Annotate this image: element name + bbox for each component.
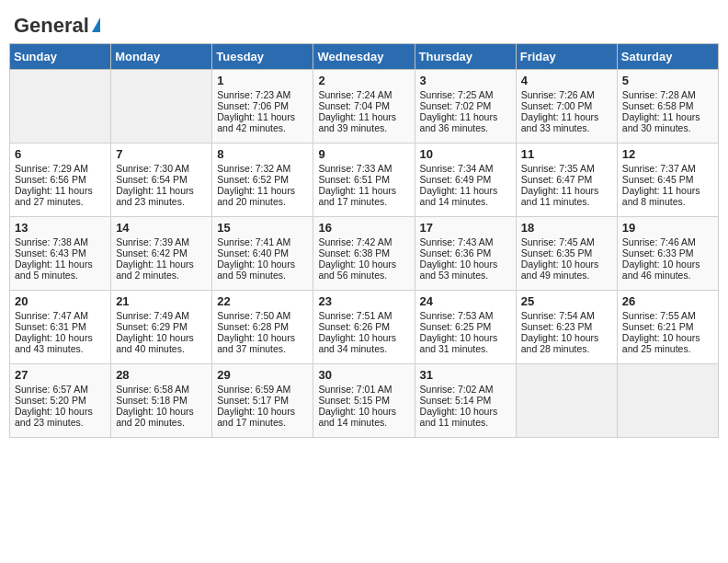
daylight-text: Daylight: 11 hours and 36 minutes. (420, 111, 511, 133)
sunrise-text: Sunrise: 7:47 AM (15, 310, 106, 321)
sunrise-text: Sunrise: 6:59 AM (217, 384, 308, 395)
day-number: 21 (116, 294, 207, 308)
daylight-text: Daylight: 10 hours and 20 minutes. (116, 406, 207, 428)
sunrise-text: Sunrise: 7:33 AM (318, 163, 409, 174)
day-number: 9 (318, 147, 409, 161)
day-number: 7 (116, 147, 207, 161)
calendar-cell: 7Sunrise: 7:30 AMSunset: 6:54 PMDaylight… (111, 144, 212, 217)
calendar-cell: 6Sunrise: 7:29 AMSunset: 6:56 PMDaylight… (10, 144, 111, 217)
day-number: 16 (318, 221, 409, 235)
sunrise-text: Sunrise: 7:29 AM (15, 163, 106, 174)
calendar-cell: 14Sunrise: 7:39 AMSunset: 6:42 PMDayligh… (111, 217, 212, 291)
sunset-text: Sunset: 6:38 PM (318, 247, 409, 259)
header-thursday: Thursday (415, 44, 516, 70)
day-number: 20 (15, 294, 106, 308)
day-number: 24 (420, 294, 511, 308)
logo-icon (92, 17, 100, 32)
daylight-text: Daylight: 11 hours and 30 minutes. (622, 111, 713, 133)
day-number: 6 (15, 147, 106, 161)
daylight-text: Daylight: 11 hours and 33 minutes. (521, 111, 612, 133)
sunset-text: Sunset: 6:36 PM (420, 247, 511, 259)
sunrise-text: Sunrise: 7:34 AM (420, 163, 511, 174)
sunset-text: Sunset: 6:21 PM (622, 321, 713, 332)
day-number: 29 (217, 368, 308, 382)
day-number: 2 (318, 74, 409, 87)
calendar-cell: 2Sunrise: 7:24 AMSunset: 7:04 PMDaylight… (313, 70, 415, 144)
sunset-text: Sunset: 6:51 PM (318, 174, 409, 185)
sunrise-text: Sunrise: 7:32 AM (217, 163, 308, 174)
day-number: 5 (622, 74, 713, 87)
header-friday: Friday (516, 44, 617, 70)
calendar-cell: 22Sunrise: 7:50 AMSunset: 6:28 PMDayligh… (212, 291, 313, 364)
day-number: 28 (116, 368, 207, 382)
daylight-text: Daylight: 10 hours and 49 minutes. (521, 259, 612, 281)
calendar-cell: 3Sunrise: 7:25 AMSunset: 7:02 PMDaylight… (415, 70, 516, 144)
daylight-text: Daylight: 10 hours and 37 minutes. (217, 332, 308, 354)
calendar-cell: 11Sunrise: 7:35 AMSunset: 6:47 PMDayligh… (516, 144, 617, 217)
logo-general: General (14, 14, 89, 38)
calendar-cell: 16Sunrise: 7:42 AMSunset: 6:38 PMDayligh… (313, 217, 415, 291)
day-number: 17 (420, 221, 511, 235)
day-number: 27 (15, 368, 106, 382)
calendar-cell (617, 364, 718, 438)
calendar-cell: 26Sunrise: 7:55 AMSunset: 6:21 PMDayligh… (617, 291, 718, 364)
day-number: 1 (217, 74, 308, 87)
sunrise-text: Sunrise: 7:43 AM (420, 236, 511, 247)
day-number: 30 (318, 368, 409, 382)
day-number: 13 (15, 221, 106, 235)
sunset-text: Sunset: 6:58 PM (622, 100, 713, 111)
daylight-text: Daylight: 10 hours and 56 minutes. (318, 259, 409, 281)
calendar-cell: 20Sunrise: 7:47 AMSunset: 6:31 PMDayligh… (10, 291, 111, 364)
sunset-text: Sunset: 6:28 PM (217, 321, 308, 332)
sunrise-text: Sunrise: 7:01 AM (318, 384, 409, 395)
calendar-cell: 8Sunrise: 7:32 AMSunset: 6:52 PMDaylight… (212, 144, 313, 217)
daylight-text: Daylight: 11 hours and 39 minutes. (318, 111, 409, 133)
header-tuesday: Tuesday (212, 44, 313, 70)
calendar-header-row: SundayMondayTuesdayWednesdayThursdayFrid… (10, 44, 719, 70)
calendar-cell: 27Sunrise: 6:57 AMSunset: 5:20 PMDayligh… (10, 364, 111, 438)
sunrise-text: Sunrise: 6:57 AM (15, 384, 106, 395)
sunset-text: Sunset: 6:43 PM (15, 247, 106, 259)
sunset-text: Sunset: 6:49 PM (420, 174, 511, 185)
calendar-cell: 28Sunrise: 6:58 AMSunset: 5:18 PMDayligh… (111, 364, 212, 438)
daylight-text: Daylight: 10 hours and 23 minutes. (15, 406, 106, 428)
daylight-text: Daylight: 11 hours and 11 minutes. (521, 185, 612, 207)
sunset-text: Sunset: 6:40 PM (217, 247, 308, 259)
header-saturday: Saturday (617, 44, 718, 70)
calendar-cell: 29Sunrise: 6:59 AMSunset: 5:17 PMDayligh… (212, 364, 313, 438)
sunrise-text: Sunrise: 7:38 AM (15, 236, 106, 247)
sunrise-text: Sunrise: 7:37 AM (622, 163, 713, 174)
day-number: 4 (521, 74, 612, 87)
sunrise-text: Sunrise: 7:30 AM (116, 163, 207, 174)
sunset-text: Sunset: 6:26 PM (318, 321, 409, 332)
sunrise-text: Sunrise: 7:55 AM (622, 310, 713, 321)
day-number: 18 (521, 221, 612, 235)
daylight-text: Daylight: 11 hours and 2 minutes. (116, 259, 207, 281)
calendar-cell: 21Sunrise: 7:49 AMSunset: 6:29 PMDayligh… (111, 291, 212, 364)
calendar-cell: 9Sunrise: 7:33 AMSunset: 6:51 PMDaylight… (313, 144, 415, 217)
sunset-text: Sunset: 6:45 PM (622, 174, 713, 185)
daylight-text: Daylight: 10 hours and 59 minutes. (217, 259, 308, 281)
calendar-cell: 25Sunrise: 7:54 AMSunset: 6:23 PMDayligh… (516, 291, 617, 364)
day-number: 19 (622, 221, 713, 235)
daylight-text: Daylight: 10 hours and 28 minutes. (521, 332, 612, 354)
sunset-text: Sunset: 6:54 PM (116, 174, 207, 185)
daylight-text: Daylight: 10 hours and 14 minutes. (318, 406, 409, 428)
week-row-3: 20Sunrise: 7:47 AMSunset: 6:31 PMDayligh… (10, 291, 719, 364)
sunset-text: Sunset: 7:06 PM (217, 100, 308, 111)
calendar-cell: 13Sunrise: 7:38 AMSunset: 6:43 PMDayligh… (10, 217, 111, 291)
calendar-cell (516, 364, 617, 438)
calendar-cell: 23Sunrise: 7:51 AMSunset: 6:26 PMDayligh… (313, 291, 415, 364)
calendar-cell: 12Sunrise: 7:37 AMSunset: 6:45 PMDayligh… (617, 144, 718, 217)
daylight-text: Daylight: 11 hours and 8 minutes. (622, 185, 713, 207)
sunrise-text: Sunrise: 7:28 AM (622, 89, 713, 100)
calendar-cell: 19Sunrise: 7:46 AMSunset: 6:33 PMDayligh… (617, 217, 718, 291)
sunset-text: Sunset: 6:29 PM (116, 321, 207, 332)
calendar-cell (111, 70, 212, 144)
sunset-text: Sunset: 5:18 PM (116, 395, 207, 406)
calendar-cell: 15Sunrise: 7:41 AMSunset: 6:40 PMDayligh… (212, 217, 313, 291)
sunset-text: Sunset: 6:31 PM (15, 321, 106, 332)
calendar-cell: 5Sunrise: 7:28 AMSunset: 6:58 PMDaylight… (617, 70, 718, 144)
page-header: General (9, 9, 719, 34)
daylight-text: Daylight: 10 hours and 46 minutes. (622, 259, 713, 281)
